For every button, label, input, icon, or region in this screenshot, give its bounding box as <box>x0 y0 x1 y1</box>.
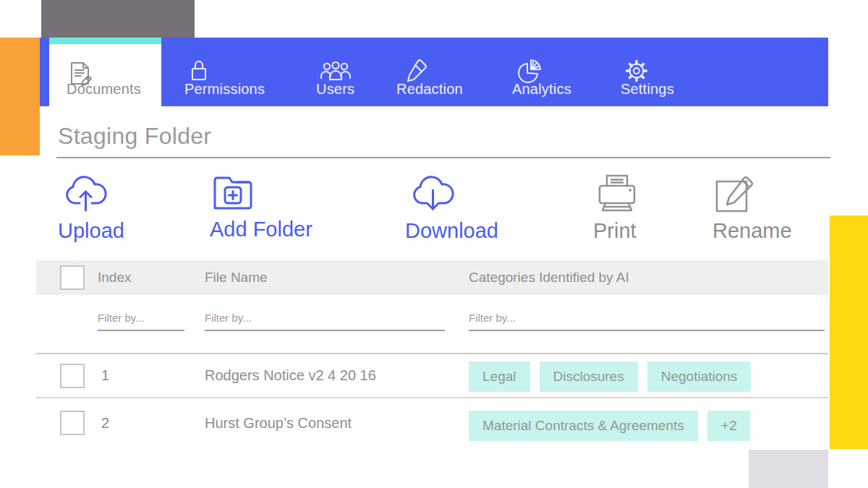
cloud-download-icon <box>405 170 498 215</box>
category-tag[interactable]: Material Contracts & Agreements <box>469 411 698 441</box>
action-label: Rename <box>712 219 792 243</box>
action-label: Print <box>593 219 641 243</box>
select-all-checkbox[interactable] <box>60 265 85 290</box>
highlighter-icon <box>401 58 430 84</box>
decor-yellow-block-right <box>830 215 868 449</box>
edit-square-icon <box>712 173 792 215</box>
filter-input-file-name[interactable] <box>205 305 445 331</box>
tab-label: Documents <box>67 81 141 98</box>
category-tags: Material Contracts & Agreements +2 <box>469 411 750 441</box>
tab-documents[interactable]: Documents <box>49 38 161 106</box>
action-label: Upload <box>58 219 124 243</box>
tab-label: Permissions <box>184 81 265 98</box>
title-divider <box>56 157 830 158</box>
users-icon <box>318 58 353 84</box>
table-header-row: Index File Name Categories Identified by… <box>36 260 828 295</box>
row-checkbox[interactable] <box>60 411 85 435</box>
decor-orange-block-left <box>0 38 40 155</box>
gear-icon <box>624 58 650 84</box>
filter-row <box>36 295 828 346</box>
cloud-upload-icon <box>58 170 124 215</box>
action-label: Download <box>405 219 498 243</box>
tab-label: Users <box>316 81 354 98</box>
lock-icon <box>187 58 211 84</box>
folder-plus-icon <box>210 173 312 213</box>
rename-button[interactable]: Rename <box>712 170 792 243</box>
top-nav-bar: Documents Permissions <box>40 38 828 106</box>
row-checkbox[interactable] <box>60 364 85 388</box>
print-button[interactable]: Print <box>593 170 641 243</box>
page-title: Staging Folder <box>58 123 211 150</box>
category-tag[interactable]: Negotiations <box>647 361 752 392</box>
add-folder-button[interactable]: Add Folder <box>210 170 312 241</box>
column-header-categories: Categories Identified by AI <box>469 270 629 286</box>
document-management-app: Documents Permissions <box>0 0 868 488</box>
category-tag[interactable]: Disclosures <box>540 361 638 392</box>
category-tag-more[interactable]: +2 <box>707 411 751 441</box>
download-button[interactable]: Download <box>405 170 498 243</box>
category-tag[interactable]: Legal <box>469 361 530 392</box>
tab-label: Settings <box>621 81 674 98</box>
cell-file-name: Rodgers Notice v2 4 20 16 <box>205 367 376 384</box>
table-row[interactable]: 1 Rodgers Notice v2 4 20 16 Legal Disclo… <box>36 354 828 398</box>
category-tags: Legal Disclosures Negotiations <box>469 361 751 392</box>
tab-label: Analytics <box>512 81 571 98</box>
cell-index: 2 <box>101 415 109 432</box>
decor-gray-block-top <box>41 0 195 38</box>
decor-gray-block-bottom <box>749 450 828 488</box>
cell-file-name: Hurst Group’s Consent <box>205 415 352 432</box>
cell-index: 1 <box>101 367 109 384</box>
upload-button[interactable]: Upload <box>58 170 124 243</box>
column-header-file-name: File Name <box>205 270 268 286</box>
column-header-index: Index <box>98 270 131 286</box>
table-row[interactable]: 2 Hurst Group’s Consent Material Contrac… <box>36 399 828 450</box>
filter-input-index[interactable] <box>98 305 184 331</box>
action-label: Add Folder <box>210 218 312 241</box>
printer-icon <box>593 173 641 215</box>
filter-input-categories[interactable] <box>469 305 825 331</box>
tab-label: Redaction <box>396 81 463 98</box>
